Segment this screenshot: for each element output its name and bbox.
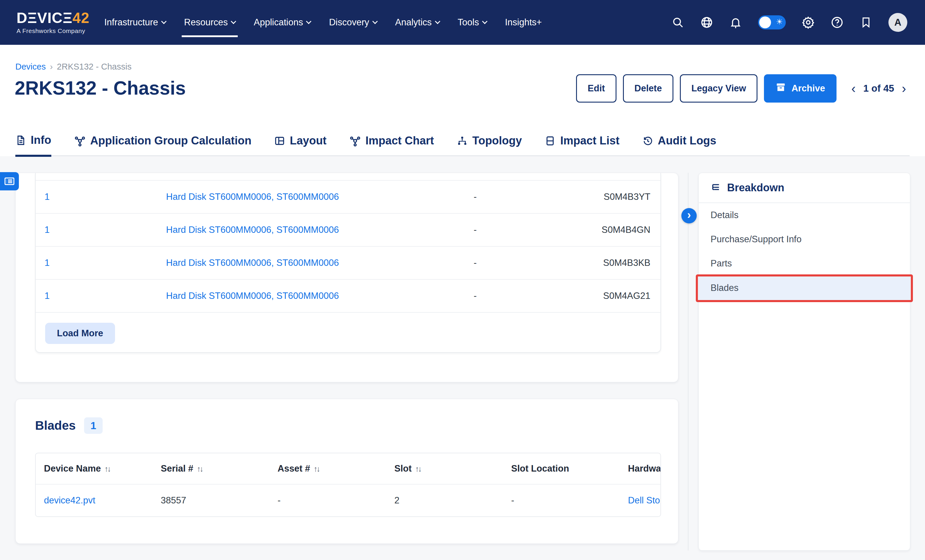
device42-logo[interactable]: DΞVICΞ42 A Freshworks Company [17,11,89,35]
column-header-slot[interactable]: Slot↑↓ [386,463,503,474]
edit-button[interactable]: Edit [576,74,616,102]
legacy-view-button[interactable]: Legacy View [680,74,758,102]
part-name-link[interactable]: Hard Disk ST600MM0006, ST600MM0006 [166,192,339,202]
part-name-link[interactable]: Hard Disk ST600MM0006, ST600MM0006 [166,258,339,268]
toggle-knob [759,17,771,28]
tree-list-icon [711,182,721,193]
part-qty-link[interactable]: 1 [45,225,50,235]
column-header-slot-location: Slot Location [503,463,620,474]
collapse-panel-button[interactable]: › [681,208,697,224]
column-header-device-name[interactable]: Device Name↑↓ [36,463,152,474]
chevron-down-icon [482,19,487,24]
breakdown-item-parts[interactable]: Parts [699,251,910,276]
tab-impact-list[interactable]: Impact List [545,134,619,155]
logo-subtitle: A Freshworks Company [17,27,89,35]
side-list-flag-button[interactable] [0,172,19,191]
delete-button[interactable]: Delete [623,74,673,102]
panel-divider [688,173,688,551]
pager-label: 1 of 45 [863,83,894,94]
chevron-right-icon: › [687,209,691,221]
nav-tools[interactable]: Tools [458,17,487,28]
theme-toggle[interactable]: ☀ [758,15,786,30]
logo-accent-text: 42 [72,10,90,26]
column-header-hardware: Hardware [620,463,660,474]
list-icon [4,176,15,187]
column-header-serial[interactable]: Serial #↑↓ [152,463,269,474]
help-icon[interactable] [831,16,844,29]
part-serial: S0M4AG21 [558,291,660,301]
archive-button[interactable]: Archive [764,74,836,102]
action-buttons: Edit Delete Legacy View Archive ‹ 1 of 4… [576,74,907,102]
chevron-down-icon [306,19,312,24]
tab-bar: Info Application Group Calculation Layou… [15,127,910,156]
record-pager: ‹ 1 of 45 › [850,82,907,95]
parts-table: 1 Hard Disk ST600MM0006, ST600MM0006 - S… [35,173,661,353]
load-more-button[interactable]: Load More [45,323,115,344]
blade-slot: 2 [386,495,503,506]
molecule-icon [350,135,361,147]
chevron-down-icon [435,19,440,24]
part-name-link[interactable]: Hard Disk ST600MM0006, ST600MM0006 [166,225,339,235]
part-empty-value: - [393,258,558,268]
nav-analytics[interactable]: Analytics [395,17,440,28]
part-qty-link[interactable]: 1 [45,291,50,301]
sort-icon[interactable]: ↑↓ [313,464,319,473]
sun-icon: ☀ [776,17,783,27]
page: DΞVICΞ42 A Freshworks Company Infrastruc… [0,0,925,560]
part-qty-link[interactable]: 1 [45,192,50,202]
part-name-link[interactable]: Hard Disk ST600MM0006, ST600MM0006 [166,291,339,301]
column-header-asset[interactable]: Asset #↑↓ [269,463,386,474]
nav-infrastructure[interactable]: Infrastructure [104,17,166,28]
nav-insights[interactable]: Insights+ [505,17,542,28]
tab-audit-logs[interactable]: Audit Logs [642,134,716,155]
chevron-down-icon [161,19,166,24]
sort-icon[interactable]: ↑↓ [415,464,421,473]
breakdown-item-blades[interactable]: Blades [699,276,910,300]
breadcrumb: Devices › 2RKS132 - Chassis [15,62,131,72]
parts-card: 1 Hard Disk ST600MM0006, ST600MM0006 - S… [15,173,678,382]
bookmark-icon[interactable] [860,16,872,29]
table-row: 1 Hard Disk ST600MM0006, ST600MM0006 - S… [36,279,660,312]
blades-heading: Blades [35,419,76,433]
part-empty-value: - [393,291,558,301]
blades-table: Device Name↑↓ Serial #↑↓ Asset #↑↓ Slot↑… [35,453,661,517]
breadcrumb-devices-link[interactable]: Devices [15,62,46,72]
tab-layout[interactable]: Layout [274,134,327,155]
part-empty-value: - [393,192,558,202]
globe-icon[interactable] [700,16,713,29]
blade-hardware-link[interactable]: Dell Stor [628,495,660,506]
blade-serial: 38557 [152,495,269,506]
sort-icon[interactable]: ↑↓ [104,464,110,473]
notifications-bell-icon[interactable] [729,16,742,29]
main-nav: Infrastructure Resources Applications Di… [104,17,542,28]
tab-info[interactable]: Info [15,134,51,157]
blade-asset: - [269,495,386,506]
breadcrumb-separator: › [50,62,53,72]
search-icon[interactable] [671,16,684,29]
breakdown-panel: Breakdown Details Purchase/Support Info … [699,173,910,551]
tab-impact-chart[interactable]: Impact Chart [350,134,434,155]
user-avatar[interactable]: A [889,13,907,32]
nav-discovery[interactable]: Discovery [329,17,377,28]
part-qty-link[interactable]: 1 [45,258,50,268]
nav-utilities: ☀ A [671,13,907,32]
blades-card: Blades 1 Device Name↑↓ Serial #↑↓ Asset … [15,399,678,544]
blades-count-badge: 1 [84,417,102,434]
tab-application-group-calculation[interactable]: Application Group Calculation [74,134,252,155]
list-rows-icon [545,135,556,146]
settings-gear-icon[interactable] [802,16,815,29]
nav-applications[interactable]: Applications [254,17,310,28]
breakdown-item-details[interactable]: Details [699,203,910,227]
tab-topology[interactable]: Topology [457,134,522,155]
part-serial: S0M4B3YT [558,192,660,202]
load-more-zone: Load More [36,312,660,344]
chevron-right-icon[interactable]: › [901,82,907,95]
breakdown-title: Breakdown [727,182,784,194]
breakdown-item-purchase-support[interactable]: Purchase/Support Info [699,227,910,251]
sort-icon[interactable]: ↑↓ [197,464,202,473]
part-serial: S0M4B4GN [558,225,660,235]
chevron-left-icon[interactable]: ‹ [850,82,857,95]
blade-device-link[interactable]: device42.pvt [44,495,95,506]
nav-resources[interactable]: Resources [184,17,235,28]
topology-tree-icon [457,135,467,146]
